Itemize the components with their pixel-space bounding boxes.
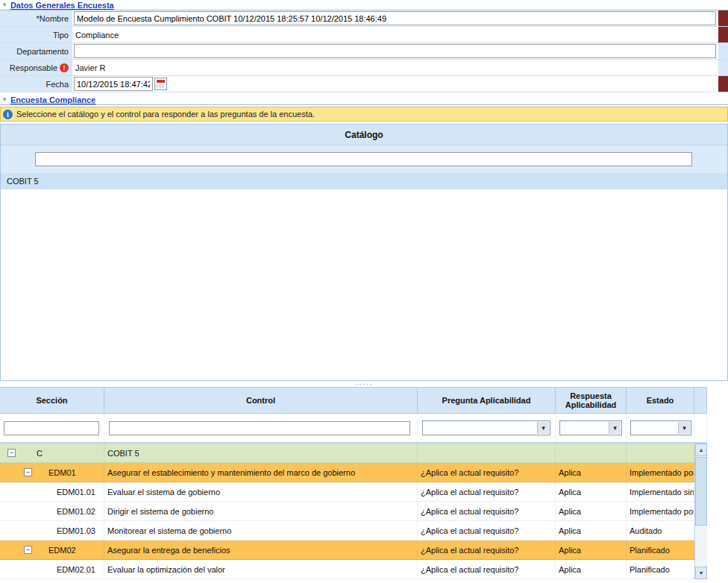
- row-marker: [718, 10, 728, 26]
- cell-respuesta: Aplica: [559, 488, 581, 497]
- tipo-label: Tipo: [53, 31, 69, 40]
- cell-estado: Planificado: [630, 546, 670, 555]
- col-header-control[interactable]: Control: [104, 388, 418, 413]
- cell-estado: Auditado: [630, 526, 662, 535]
- form-row-nombre: *Nombre: [0, 10, 728, 27]
- collapse-minus-icon[interactable]: [7, 449, 16, 457]
- scroll-down-icon[interactable]: [695, 567, 707, 579]
- seccion-filter-input[interactable]: [4, 421, 99, 435]
- collapse-icon[interactable]: [1, 2, 7, 8]
- cell-respuesta: Aplica: [559, 565, 581, 574]
- cell-estado: Implementado sin: [630, 488, 694, 497]
- scrollbar-thumb[interactable]: [695, 457, 707, 526]
- collapse-icon[interactable]: [1, 97, 7, 103]
- cell-seccion: C: [37, 449, 43, 458]
- general-section-title[interactable]: Datos Generales Encuesta: [10, 1, 114, 10]
- cell-seccion: EDM02: [48, 546, 76, 555]
- catalogo-panel: Catálogo COBIT 5: [0, 124, 728, 381]
- cell-pregunta: ¿Aplica el actual requisito?: [421, 507, 518, 516]
- cell-control: Evaluar la optimización del valor: [107, 565, 225, 574]
- cell-pregunta: ¿Aplica el actual requisito?: [421, 565, 518, 574]
- catalogo-item-selected[interactable]: COBIT 5: [1, 173, 727, 189]
- form-row-fecha: Fecha: [0, 76, 728, 92]
- scroll-up-icon[interactable]: [695, 444, 707, 456]
- table-row[interactable]: EDM02.01 Evaluar la optimización del val…: [0, 560, 694, 579]
- col-header-seccion[interactable]: Sección: [0, 388, 104, 413]
- info-text: Seleccione el catálogo y el control para…: [16, 110, 315, 119]
- table-row[interactable]: EDM01.02 Dirigir el sistema de gobierno …: [0, 502, 694, 521]
- compliance-section-header: Encuesta Compliance: [0, 95, 728, 105]
- cell-pregunta: ¿Aplica el actual requisito?: [421, 488, 518, 497]
- cell-seccion: EDM02.01: [57, 565, 95, 574]
- cell-pregunta: ¿Aplica el actual requisito?: [421, 526, 518, 535]
- respuesta-filter-select[interactable]: [559, 420, 622, 435]
- collapse-minus-icon[interactable]: [24, 546, 32, 554]
- cell-respuesta: Aplica: [559, 507, 581, 516]
- general-section-header: Datos Generales Encuesta: [0, 0, 728, 10]
- cell-control: Asegurar la entrega de beneficios: [107, 546, 230, 555]
- estado-filter-select[interactable]: [630, 420, 691, 435]
- col-header-estado[interactable]: Estado: [627, 388, 694, 413]
- row-marker: [718, 27, 728, 42]
- chevron-down-icon: [678, 422, 690, 434]
- row-marker: [718, 76, 728, 92]
- table-row[interactable]: EDM01.03 Monitorear el sistema de gobier…: [0, 521, 694, 541]
- nombre-input[interactable]: [74, 11, 716, 25]
- table-row[interactable]: EDM01 Asegurar el establecimiento y mant…: [0, 463, 694, 482]
- cell-estado: Planificado: [630, 565, 670, 574]
- catalogo-search-input[interactable]: [35, 152, 692, 166]
- cell-respuesta: Aplica: [559, 526, 581, 535]
- controls-grid: Sección Control Pregunta Aplicabilidad R…: [0, 387, 707, 579]
- collapse-minus-icon[interactable]: [24, 468, 32, 476]
- info-icon: [3, 110, 13, 119]
- cell-control: COBIT 5: [107, 449, 139, 458]
- resize-handle[interactable]: [0, 381, 728, 387]
- calendar-icon[interactable]: [154, 78, 167, 90]
- pregunta-filter-select[interactable]: [422, 420, 550, 435]
- row-strip: [718, 60, 728, 75]
- departamento-label: Departamento: [16, 47, 69, 56]
- nombre-label: *Nombre: [37, 14, 69, 23]
- form-row-tipo: Tipo Compliance: [0, 27, 728, 43]
- cell-control: Monitorear el sistema de gobierno: [107, 526, 231, 535]
- compliance-section-title[interactable]: Encuesta Compliance: [10, 95, 95, 104]
- cell-respuesta: Aplica: [559, 468, 581, 477]
- cell-seccion: EDM01.03: [57, 526, 95, 535]
- responsable-value: Javier R: [74, 63, 105, 72]
- control-filter-input[interactable]: [109, 421, 410, 435]
- grid-header: Sección Control Pregunta Aplicabilidad R…: [0, 387, 707, 414]
- table-row[interactable]: EDM02 Asegurar la entrega de beneficios …: [0, 541, 694, 560]
- table-row[interactable]: EDM01.01 Evaluar el sistema de gobierno …: [0, 482, 694, 502]
- row-strip: [718, 43, 728, 59]
- info-bar: Seleccione el catálogo y el control para…: [0, 107, 728, 122]
- cell-seccion: EDM01: [48, 468, 76, 477]
- grid-body: C COBIT 5 EDM01 Asegurar el establecimie…: [0, 444, 707, 579]
- chevron-down-icon: [537, 422, 549, 434]
- col-header-spacer: [694, 388, 707, 413]
- cell-seccion: EDM01.01: [57, 488, 95, 497]
- responsable-label: Responsable: [10, 63, 57, 72]
- cell-estado: Implementado por: [630, 507, 694, 516]
- chevron-down-icon: [609, 422, 621, 434]
- col-header-respuesta[interactable]: Respuesta Aplicabilidad: [556, 388, 627, 413]
- departamento-input[interactable]: [74, 44, 716, 58]
- error-icon: [60, 63, 69, 72]
- table-row[interactable]: C COBIT 5: [0, 444, 694, 463]
- col-header-pregunta[interactable]: Pregunta Aplicabilidad: [418, 388, 556, 413]
- form-row-responsable: Responsable Javier R: [0, 60, 728, 76]
- cell-seccion: EDM01.02: [57, 507, 95, 516]
- fecha-input[interactable]: [74, 77, 153, 91]
- cell-control: Dirigir el sistema de gobierno: [107, 507, 213, 516]
- catalogo-header: Catálogo: [1, 125, 727, 145]
- tipo-value: Compliance: [74, 31, 119, 40]
- grid-scrollbar[interactable]: [694, 444, 707, 579]
- cell-control: Asegurar el establecimiento y mantenimie…: [107, 468, 355, 477]
- cell-respuesta: Aplica: [559, 546, 581, 555]
- cell-pregunta: ¿Aplica el actual requisito?: [421, 468, 518, 477]
- catalogo-list: COBIT 5: [1, 173, 727, 380]
- cell-pregunta: ¿Aplica el actual requisito?: [421, 546, 518, 555]
- grid-filter-row: [0, 414, 707, 444]
- catalogo-search-area: [1, 145, 727, 173]
- cell-control: Evaluar el sistema de gobierno: [107, 488, 220, 497]
- form-row-departamento: Departamento: [0, 43, 728, 60]
